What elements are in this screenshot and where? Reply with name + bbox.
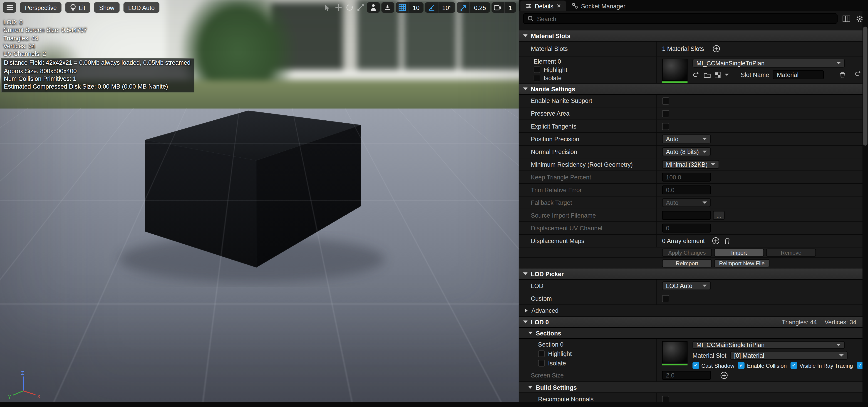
surface-snap-icon[interactable] [381, 2, 394, 13]
menu-icon[interactable] [3, 2, 16, 13]
subcategory-label: Build Settings [536, 384, 577, 390]
grid-snap-icon[interactable] [396, 2, 408, 13]
enable-collision-label: Enable Collision [747, 362, 787, 368]
material-thumbnail[interactable] [662, 59, 687, 81]
cast-shadow-checkbox[interactable] [692, 362, 699, 369]
isolate-checkbox[interactable] [534, 74, 540, 81]
keep-triangle-percent-field[interactable]: 100.0 [662, 173, 711, 182]
browse-asset-icon[interactable] [704, 72, 711, 78]
subcategory-build-settings[interactable]: Build Settings [519, 382, 868, 393]
row-displacement-uv-channel: Displacement UV Channel 0 [519, 222, 868, 234]
lod0-vertices: Vertices: 34 [825, 319, 857, 325]
checker-icon[interactable] [715, 72, 721, 78]
enable-collision-checkbox[interactable] [738, 362, 745, 369]
category-material-slots[interactable]: Material Slots [519, 30, 868, 41]
add-circle-icon[interactable] [720, 372, 728, 379]
camera-speed-value[interactable]: 1 [504, 2, 516, 13]
visible-in-ray-tracing-checkbox[interactable] [790, 362, 797, 369]
remove-button[interactable]: Remove [766, 248, 816, 257]
axis-z-label: Z [21, 370, 24, 376]
chevron-down-icon [703, 201, 707, 204]
lod-auto-button[interactable]: LOD Auto [123, 2, 160, 13]
search-input[interactable]: Search [523, 13, 838, 24]
material-asset-dropdown[interactable]: MI_CCMainSingleTriPlan [692, 59, 845, 67]
row-source-import-filename: Source Import Filename ... [519, 209, 868, 222]
axis-x-label: X [37, 394, 40, 399]
add-circle-icon[interactable] [712, 45, 720, 53]
screen-size-field[interactable]: 2.0 [662, 371, 711, 380]
trash-icon[interactable] [839, 71, 846, 79]
highlight-checkbox[interactable] [534, 66, 540, 73]
lod-dropdown[interactable]: LOD Auto [662, 281, 711, 290]
axis-y-label: Y [8, 394, 11, 400]
enable-nanite-checkbox[interactable] [662, 97, 669, 104]
reimport-new-file-button[interactable]: Reimport New File [714, 259, 769, 267]
section-material-thumbnail[interactable] [662, 341, 687, 367]
source-import-filename-field[interactable] [662, 211, 711, 220]
material-slot-dropdown[interactable]: [0] Material [730, 351, 847, 360]
row-lod: LOD LOD Auto [519, 280, 868, 292]
use-selected-icon[interactable] [692, 72, 700, 78]
grid-snap-value[interactable]: 10 [408, 2, 423, 13]
reset-to-default-icon[interactable] [854, 71, 861, 77]
reimport-button[interactable]: Reimport [662, 259, 712, 267]
section-material-dropdown[interactable]: MI_CCMainSingleTriPlan [692, 341, 845, 349]
scale-tool-icon[interactable] [355, 2, 365, 12]
apply-changes-button[interactable]: Apply Changes [662, 248, 712, 257]
chevron-down-icon [836, 62, 841, 64]
move-tool-icon[interactable] [334, 2, 343, 12]
normal-precision-dropdown[interactable]: Auto (8 bits) [662, 147, 711, 156]
scale-snap-value[interactable]: 0.25 [470, 2, 490, 13]
element-0-label: Element 0 [534, 58, 656, 65]
details-scrollbar[interactable] [863, 11, 868, 402]
rotate-tool-icon[interactable] [344, 2, 354, 12]
lit-button[interactable]: Lit [66, 2, 90, 13]
close-icon[interactable] [557, 4, 560, 8]
section-highlight-checkbox[interactable] [538, 350, 545, 357]
stat-distance-field: Distance Field: 42x42x21 = 0.00Mb always… [4, 59, 190, 67]
import-button[interactable]: Import [714, 248, 764, 257]
row-material-slots: Material Slots 1 Material Slots [519, 41, 868, 57]
browse-file-button[interactable]: ... [713, 211, 725, 220]
row-keep-triangle-percent: Keep Triangle Percent 100.0 [519, 171, 868, 184]
chevron-down-icon [523, 320, 528, 323]
search-row: Search [519, 11, 868, 26]
explicit-tangents-checkbox[interactable] [662, 123, 669, 130]
viewport[interactable]: Perspective Lit Show LOD Auto [0, 0, 519, 402]
angle-snap-value[interactable]: 10° [438, 2, 455, 13]
slot-name-input[interactable]: Material [773, 70, 824, 79]
camera-speed-icon[interactable] [492, 2, 504, 13]
row-advanced[interactable]: Advanced [519, 305, 868, 317]
chevron-down-icon[interactable] [725, 73, 729, 76]
displacement-uv-channel-field[interactable]: 0 [662, 224, 711, 232]
scrollbar-thumb[interactable] [863, 27, 868, 146]
actor-snap-icon[interactable] [367, 2, 379, 13]
category-lod-picker[interactable]: LOD Picker [519, 269, 868, 280]
trash-icon[interactable] [723, 237, 731, 245]
subcategory-label: Sections [536, 330, 561, 336]
trim-relative-error-field[interactable]: 0.0 [662, 186, 711, 194]
subcategory-sections[interactable]: Sections [519, 328, 868, 339]
fallback-target-dropdown[interactable]: Auto [662, 198, 711, 207]
recompute-normals-checkbox[interactable] [662, 396, 669, 402]
show-button[interactable]: Show [94, 2, 120, 13]
section-isolate-checkbox[interactable] [538, 359, 545, 366]
position-precision-dropdown[interactable]: Auto [662, 134, 711, 143]
perspective-button[interactable]: Perspective [20, 2, 62, 13]
preserve-area-checkbox[interactable] [662, 110, 669, 117]
view-options-icon[interactable] [841, 14, 851, 23]
minimum-residency-dropdown[interactable]: Minimal (32KB) [662, 160, 719, 169]
stat-vertices: Vertices: 34 [3, 42, 194, 50]
scale-snap-icon[interactable] [457, 2, 470, 13]
category-nanite-settings[interactable]: Nanite Settings [519, 84, 868, 95]
category-lod0[interactable]: LOD 0 Triangles: 44 Vertices: 34 [519, 317, 868, 328]
add-circle-icon[interactable] [712, 237, 720, 245]
angle-snap-icon[interactable] [425, 2, 438, 13]
tab-details[interactable]: Details [520, 0, 565, 11]
tab-socket-manager[interactable]: Socket Manager [567, 0, 630, 11]
slot-name-label: Slot Name [741, 71, 769, 78]
custom-checkbox[interactable] [662, 295, 669, 302]
displacement-maps-count: 0 Array element [662, 238, 705, 244]
highlight-label: Highlight [548, 350, 571, 357]
cursor-tool-icon[interactable] [322, 2, 332, 12]
